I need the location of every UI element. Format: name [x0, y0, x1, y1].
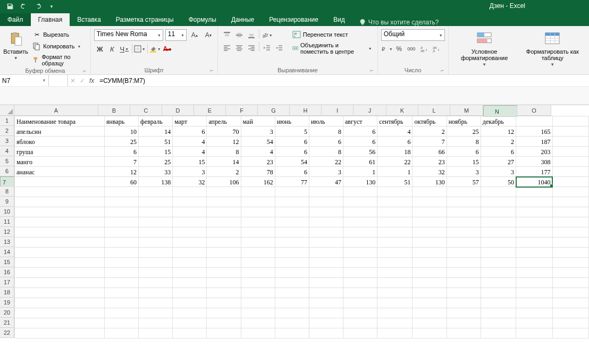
cell-H13[interactable]	[309, 238, 343, 248]
cell-I1[interactable]: август	[343, 116, 377, 126]
cell-E6[interactable]: 2	[207, 167, 241, 177]
cell-F4[interactable]: 4	[241, 147, 275, 157]
align-left-button[interactable]	[221, 42, 233, 54]
tab-insert[interactable]: Вставка	[70, 13, 108, 26]
cell-N9[interactable]	[516, 197, 552, 207]
cell-G17[interactable]	[275, 278, 309, 288]
cell-M22[interactable]	[481, 328, 516, 338]
chevron-down-icon[interactable]: ▼	[42, 78, 46, 83]
col-header-M[interactable]: M	[450, 105, 483, 116]
cell-N10[interactable]	[516, 207, 552, 217]
cell-K6[interactable]: 32	[413, 167, 447, 177]
cell-I17[interactable]	[343, 278, 377, 288]
cell-H8[interactable]	[309, 187, 343, 197]
cell-L3[interactable]: 8	[447, 137, 481, 147]
cell-O4[interactable]	[552, 147, 588, 157]
cell-C18[interactable]	[139, 288, 173, 298]
cell-N3[interactable]: 187	[516, 137, 552, 147]
row-header-6[interactable]: 6	[0, 166, 14, 176]
cell-C13[interactable]	[139, 238, 173, 248]
row-header-17[interactable]: 17	[0, 277, 14, 287]
cell-N11[interactable]	[516, 217, 552, 227]
cell-K17[interactable]	[413, 278, 447, 288]
format-painter-button[interactable]: Формат по образцу	[30, 53, 87, 67]
fill-color-button[interactable]: ▼	[149, 43, 161, 55]
cell-K14[interactable]	[413, 248, 447, 258]
cell-D14[interactable]	[173, 248, 207, 258]
cell-A12[interactable]	[15, 227, 105, 238]
cell-M15[interactable]	[481, 258, 516, 268]
cell-O8[interactable]	[552, 187, 588, 197]
cell-O7[interactable]	[552, 177, 588, 187]
cell-O13[interactable]	[552, 238, 588, 248]
cell-I13[interactable]	[343, 238, 377, 248]
cell-J7[interactable]: 51	[377, 177, 413, 187]
cell-I5[interactable]: 61	[343, 157, 377, 167]
cell-L7[interactable]: 57	[447, 177, 481, 187]
cell-N6[interactable]: 177	[516, 167, 552, 177]
cell-B8[interactable]	[104, 187, 138, 197]
cell-A14[interactable]	[15, 248, 105, 258]
cell-A15[interactable]	[15, 258, 105, 268]
cell-A8[interactable]	[15, 187, 105, 197]
cell-C22[interactable]	[139, 328, 173, 338]
cell-M14[interactable]	[481, 248, 516, 258]
cell-C3[interactable]: 51	[139, 137, 173, 147]
cell-A20[interactable]	[15, 308, 105, 318]
cell-D12[interactable]	[173, 227, 207, 238]
cell-K22[interactable]	[413, 328, 447, 338]
cell-I19[interactable]	[343, 298, 377, 308]
cell-E3[interactable]: 12	[207, 137, 241, 147]
cell-M5[interactable]: 27	[481, 157, 516, 167]
cell-L11[interactable]	[447, 217, 481, 227]
row-header-18[interactable]: 18	[0, 287, 14, 298]
cell-J6[interactable]: 1	[377, 167, 413, 177]
cell-D16[interactable]	[173, 268, 207, 278]
cell-C9[interactable]	[139, 197, 173, 207]
cell-G19[interactable]	[275, 298, 309, 308]
percent-button[interactable]: %	[393, 43, 405, 55]
cell-F16[interactable]	[241, 268, 275, 278]
cell-A10[interactable]	[15, 207, 105, 217]
cell-B9[interactable]	[104, 197, 138, 207]
cell-K11[interactable]	[413, 217, 447, 227]
cell-C15[interactable]	[139, 258, 173, 268]
cell-O10[interactable]	[552, 207, 588, 217]
underline-button[interactable]: Ч▼	[119, 43, 130, 55]
cell-I22[interactable]	[343, 328, 377, 338]
cell-I7[interactable]: 130	[343, 177, 377, 187]
cell-L4[interactable]: 6	[447, 147, 481, 157]
redo-icon[interactable]	[32, 1, 44, 12]
cell-F9[interactable]	[241, 197, 275, 207]
cell-L14[interactable]	[447, 248, 481, 258]
align-top-button[interactable]	[221, 29, 233, 41]
cell-H11[interactable]	[309, 217, 343, 227]
borders-button[interactable]: ▼	[134, 43, 146, 55]
cell-I4[interactable]: 56	[343, 147, 377, 157]
cell-J1[interactable]: сентябрь	[377, 116, 413, 126]
cell-L20[interactable]	[447, 308, 481, 318]
col-header-B[interactable]: B	[98, 105, 130, 116]
cell-M4[interactable]: 6	[481, 147, 516, 157]
cell-A19[interactable]	[15, 298, 105, 308]
cell-I10[interactable]	[343, 207, 377, 217]
orientation-button[interactable]: ab▼	[261, 29, 273, 41]
cell-K16[interactable]	[413, 268, 447, 278]
cancel-icon[interactable]: ✕	[70, 77, 75, 84]
cell-E15[interactable]	[207, 258, 241, 268]
cell-B14[interactable]	[104, 248, 138, 258]
cell-B13[interactable]	[104, 238, 138, 248]
cell-N8[interactable]	[516, 187, 552, 197]
cell-H3[interactable]: 6	[309, 137, 343, 147]
cell-G6[interactable]: 6	[275, 167, 309, 177]
cell-M18[interactable]	[481, 288, 516, 298]
cell-M12[interactable]	[481, 227, 516, 238]
row-header-10[interactable]: 10	[0, 207, 14, 217]
cell-I8[interactable]	[343, 187, 377, 197]
name-box-input[interactable]	[2, 77, 42, 84]
cell-D17[interactable]	[173, 278, 207, 288]
cell-H16[interactable]	[309, 268, 343, 278]
cell-O2[interactable]	[552, 126, 588, 137]
cell-M20[interactable]	[481, 308, 516, 318]
cell-H15[interactable]	[309, 258, 343, 268]
